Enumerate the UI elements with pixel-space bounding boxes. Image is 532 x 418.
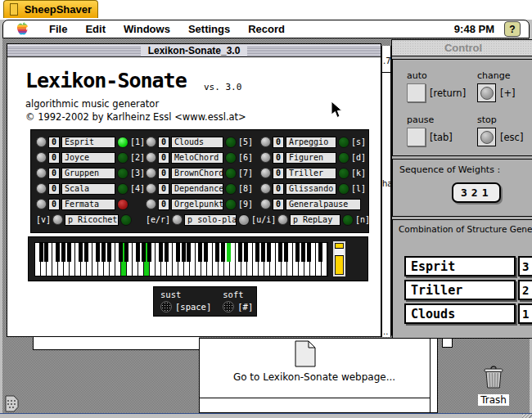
structure-generator-weight[interactable]: 1 — [518, 303, 532, 324]
piano-key-black[interactable] — [295, 243, 300, 262]
generator-count-box[interactable]: 0 — [273, 183, 284, 195]
generator-toggle-button[interactable] — [277, 214, 288, 225]
generator-label-button[interactable]: Dependance — [171, 183, 223, 195]
generator-label-button[interactable]: Orgelpunkt — [171, 199, 223, 210]
generator-toggle-button[interactable] — [146, 152, 156, 163]
webpage-link[interactable]: Go to Lexikon-Sonate webpage... — [200, 371, 429, 383]
piano-key-black[interactable] — [215, 243, 219, 262]
piano-key-black[interactable] — [159, 243, 163, 262]
structure-generator-name[interactable]: Clouds — [404, 303, 516, 324]
generator-toggle-button[interactable] — [36, 199, 47, 209]
generator-count-box[interactable]: 0 — [273, 199, 284, 210]
generator-count-box[interactable]: 0 — [158, 137, 169, 148]
piano-key-black[interactable] — [301, 243, 305, 262]
piano-key-black[interactable] — [267, 243, 271, 262]
menu-item-settings[interactable]: Settings — [179, 23, 239, 35]
generator-label-button[interactable]: Clouds — [171, 137, 223, 148]
piano-key-black[interactable] — [198, 243, 202, 262]
generator-label-button[interactable]: Gruppen — [61, 168, 115, 179]
generator-toggle-button[interactable] — [36, 137, 47, 147]
generator-count-box[interactable]: 0 — [158, 168, 169, 179]
piano-key-white[interactable] — [247, 243, 253, 276]
generator-toggle-button[interactable] — [36, 152, 47, 163]
apple-menu-icon[interactable] — [16, 22, 29, 36]
piano-key-black[interactable] — [244, 243, 248, 262]
piano-key-black[interactable] — [84, 243, 88, 262]
generator-label-button[interactable]: Fermata — [61, 199, 115, 210]
resize-grip[interactable] — [522, 414, 532, 418]
generator-label-button[interactable]: Joyce — [61, 152, 115, 164]
generator-toggle-button[interactable] — [146, 137, 156, 147]
piano-key-black[interactable] — [187, 243, 191, 262]
piano-key-black[interactable] — [221, 243, 225, 262]
piano-key-black[interactable] — [56, 243, 60, 262]
help-icon[interactable]: ? — [504, 21, 521, 37]
generator-toggle-button[interactable] — [260, 137, 271, 147]
volume-slider-thumb[interactable] — [335, 248, 344, 256]
generator-toggle-button[interactable] — [146, 183, 156, 194]
generator-label-button[interactable]: Triller — [286, 168, 336, 179]
piano-key-black[interactable] — [307, 243, 311, 262]
piano-key-black[interactable] — [318, 243, 322, 262]
change-button[interactable] — [477, 83, 496, 102]
structure-generator-weight[interactable]: 3 — [518, 256, 532, 276]
menu-item-edit[interactable]: Edit — [76, 23, 115, 35]
generator-toggle-button[interactable] — [146, 168, 156, 178]
generator-label-button[interactable]: p RepLay — [290, 214, 340, 226]
menu-item-file[interactable]: File — [40, 23, 76, 35]
piano-key-black[interactable] — [39, 243, 43, 262]
pedal-button[interactable] — [160, 301, 172, 312]
generator-label-button[interactable]: BrownChord — [171, 168, 223, 179]
generator-label-button[interactable]: p Ricochet — [65, 214, 119, 226]
pedal-button[interactable] — [223, 301, 234, 312]
generator-count-box[interactable]: 0 — [48, 183, 60, 195]
piano-key-white[interactable] — [322, 243, 327, 276]
generator-count-box[interactable]: 0 — [158, 199, 169, 210]
piano-key-black[interactable] — [182, 243, 186, 262]
generator-count-box[interactable]: 0 — [48, 168, 60, 179]
generator-toggle-button[interactable] — [52, 214, 63, 225]
piano-key-black[interactable] — [165, 243, 169, 262]
trash-icon[interactable] — [480, 364, 507, 389]
document-icon[interactable] — [295, 340, 316, 367]
piano-key-black[interactable] — [101, 243, 106, 262]
generator-toggle-button[interactable] — [146, 199, 156, 209]
volume-slider[interactable] — [333, 241, 345, 276]
trash[interactable]: Trash — [476, 364, 512, 407]
menu-item-windows[interactable]: Windows — [115, 23, 179, 35]
host-window-tab[interactable]: SheepShaver — [3, 0, 98, 18]
stop-button[interactable] — [477, 128, 496, 146]
piano-key-black[interactable] — [119, 243, 123, 262]
generator-count-box[interactable]: 0 — [158, 183, 169, 195]
generator-toggle-button[interactable] — [36, 168, 47, 178]
generator-label-button[interactable]: Scala — [61, 183, 115, 195]
generator-toggle-button[interactable] — [260, 199, 271, 209]
structure-generator-name[interactable]: Esprit — [404, 256, 516, 276]
piano-key-black[interactable] — [147, 243, 151, 262]
generator-count-box[interactable]: 0 — [158, 152, 169, 164]
main-window-titlebar[interactable]: Lexikon-Sonate_3.0 — [7, 44, 381, 57]
generator-label-button[interactable]: Glissando — [286, 183, 336, 195]
generator-toggle-button[interactable] — [260, 183, 271, 194]
structure-generator-name[interactable]: Triller — [404, 280, 516, 300]
host-tab-button[interactable] — [10, 3, 18, 16]
pause-button[interactable] — [407, 128, 426, 146]
piano-key-black[interactable] — [136, 243, 140, 262]
generator-label-button[interactable]: Arpeggio — [286, 137, 336, 148]
piano-key-black[interactable] — [176, 243, 180, 262]
piano-key-black[interactable] — [204, 243, 208, 262]
piano-key-black[interactable] — [96, 243, 100, 262]
piano-key-white[interactable] — [287, 243, 293, 276]
piano-key-black[interactable] — [284, 243, 288, 262]
generator-label-button[interactable]: Esprit — [61, 137, 115, 148]
piano-key-black[interactable] — [61, 243, 65, 262]
generator-count-box[interactable]: 0 — [273, 137, 284, 148]
piano-key-black[interactable] — [238, 243, 242, 262]
generator-count-box[interactable]: 0 — [273, 168, 284, 179]
structure-generator-weight[interactable]: 2 — [518, 280, 532, 300]
generator-count-box[interactable]: 0 — [273, 152, 284, 164]
piano-key-black[interactable] — [278, 243, 282, 262]
generator-toggle-button[interactable] — [172, 214, 183, 225]
generator-label-button[interactable]: Generalpause — [286, 199, 361, 210]
generator-count-box[interactable]: 0 — [48, 199, 60, 210]
